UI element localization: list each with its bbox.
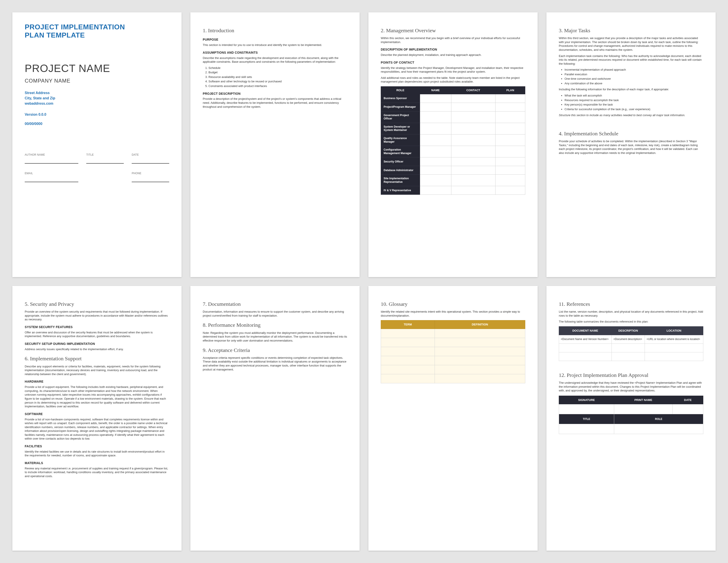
th-print-name: PRINT NAME [614,396,673,404]
sig-label-author: AUTHOR NAME [25,153,78,156]
hardware-text: Provide a list of support equipment. The… [25,385,169,408]
ref-cell-name: <Document Name and Version Number> [559,335,612,344]
ref-cell [612,352,645,361]
assumptions-subhead: Assumptions and Constraints [203,51,347,55]
section-8-text: Note: Regarding the system you must addi… [203,331,347,343]
poc-cell [420,134,451,146]
section-11-heading: 11. References [559,301,703,308]
poc-cell [420,146,451,157]
security-features-text: Offer an overview and discussion of the … [25,331,169,338]
approval-cell [559,404,614,414]
purpose-text: This section is intended for you to use … [203,43,347,47]
poc-row-label: Project/Program Manager [381,103,420,111]
th-term: TERM [381,321,435,329]
glossary-cell [381,374,435,383]
website: webaddress.com [25,101,169,106]
poc-row-label: System Developer or System Maintainer [381,123,420,134]
poc-cell [451,175,495,186]
approval-sublabel-title: TITLE [559,414,614,424]
poc-cell [495,186,525,195]
poc-cell [495,157,525,166]
sig-line [25,175,78,182]
address-csz: City, State and Zip [25,96,169,101]
purpose-subhead: PURPOSE [203,38,347,42]
sig-label-email: EMAIL [25,171,78,175]
hardware-subhead: Hardware [25,380,169,384]
poc-cell [420,166,451,175]
approval-cell [614,404,673,414]
poc-row-label: Business Sponsor [381,94,420,103]
signature-block: AUTHOR NAME TITLE DATE EMAIL PHONE [25,153,169,182]
th-definition: DEFINITION [435,321,525,329]
list-item: Budget [208,70,347,74]
project-name: PROJECT NAME [25,61,169,76]
poc-row-label: Site Implementation Representative [381,175,420,186]
list-item: Criteria for successful completion of th… [565,107,703,111]
security-features-subhead: SYSTEM SECURITY FEATURES [25,325,169,329]
security-setup-subhead: SECURITY SETUP DURING IMPLEMENTATION [25,342,169,346]
glossary-cell [381,338,435,347]
page-6: 7. Documentation Documentation, informat… [190,286,360,551]
poc-cell [451,166,495,175]
impl-description-text: Describe the planned deployment, install… [381,53,525,57]
poc-cell [451,186,495,195]
sig-line [25,156,78,164]
tasks-subpara: Including the following information for … [559,87,703,91]
ref-cell [559,344,612,352]
poc-cell [451,94,495,103]
ref-cell [645,352,703,361]
title-line1: PROJECT IMPLEMENTATION [25,23,125,31]
th-plan: PLAN [495,86,525,94]
sig-line [86,171,124,178]
project-description-text: Provide a description of the project/sys… [203,97,347,109]
section-5-heading: 5. Security and Privacy [25,301,169,308]
page-5: 5. Security and Privacy Provide an overv… [12,286,182,551]
page-7: 10. Glossary Identify the related site r… [368,286,538,551]
page-1: PROJECT IMPLEMENTATION PLAN TEMPLATE PRO… [12,12,182,277]
materials-subhead: Materials [25,461,169,465]
poc-table: ROLE NAME CONTACT PLAN Business Sponsor … [381,86,525,195]
th-contact: CONTACT [451,86,495,94]
materials-text: Review any material requirement i.e. pro… [25,467,169,478]
list-item: Resources required to accomplish the tas… [565,98,703,102]
assumptions-list: Schedule Budget Resource availability an… [208,66,347,88]
software-text: Provide a list of non-hardware component… [25,418,169,441]
ref-cell [645,344,703,352]
list-item: Parallel execution [565,72,703,76]
poc-text: Identify the strategy between the Projec… [381,66,525,74]
poc-cell [495,175,525,186]
title-line2: PLAN TEMPLATE [25,31,85,39]
tasks-note: Structure this section to include as man… [559,113,703,117]
poc-cell [495,103,525,111]
list-item: Any combination of the above [565,81,703,85]
glossary-cell [435,329,525,338]
section-7-heading: 7. Documentation [203,301,347,308]
list-item: One-time conversion and switchover [565,77,703,81]
sig-line [86,156,124,164]
page-3: 2. Management Overview Within this secti… [368,12,538,277]
th-doc-name: DOCUMENT NAME [559,327,612,335]
address-street: Street Address [25,90,169,96]
poc-cell [495,94,525,103]
section-2-heading: 2. Management Overview [381,27,525,34]
poc-table-intro: Add additional rows and roles as needed … [381,76,525,84]
sig-label-date: DATE [132,153,169,156]
ref-cell [559,352,612,361]
section-5-intro: Provide an overview of the system securi… [25,310,169,322]
poc-cell [495,123,525,134]
poc-cell [420,111,451,123]
poc-cell [420,94,451,103]
glossary-cell [381,329,435,338]
th-signature: SIGNATURE [559,396,614,404]
list-item: Resource availability and skill sets [208,75,347,79]
glossary-cell [381,347,435,356]
poc-cell [495,111,525,123]
poc-cell [420,157,451,166]
approval-cell [614,424,703,434]
ref-cell-loc: <URL or location where document is locat… [645,335,703,344]
approval-table: SIGNATURE PRINT NAME DATE TITLE ROLE [559,396,703,434]
section-6-intro: Describe any support elements or criteri… [25,365,169,376]
section-9-text: Acceptance criteria represent specific c… [203,356,347,371]
ref-cell [612,344,645,352]
th-name: NAME [420,86,451,94]
